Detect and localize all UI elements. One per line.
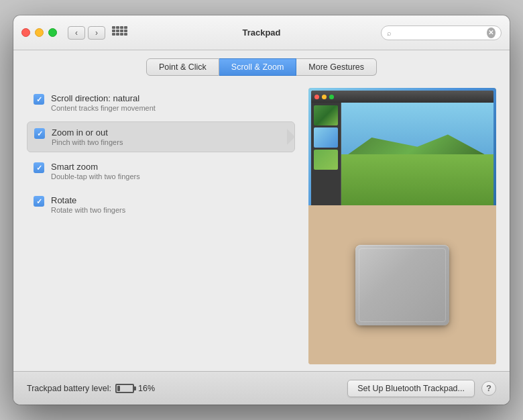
tab-point-click[interactable]: Point & Click xyxy=(146,58,219,76)
grid-dot xyxy=(120,33,123,36)
preview-dot-yellow xyxy=(322,95,327,99)
checkbox-zoom-in-out[interactable]: ✓ xyxy=(34,128,45,139)
grid-dot xyxy=(112,33,115,36)
preview-thumb-3 xyxy=(314,150,338,170)
nav-buttons: ‹ › xyxy=(68,26,105,40)
battery-fill xyxy=(117,386,120,391)
setting-scroll-direction-title: Scroll direction: natural xyxy=(51,93,156,103)
grid-dot xyxy=(124,30,127,32)
trackpad-area xyxy=(308,205,496,364)
setting-rotate-desc: Rotate with two fingers xyxy=(51,206,125,214)
tab-toolbar: Point & Click Scroll & Zoom More Gesture… xyxy=(13,50,510,81)
window-title: Trackpad xyxy=(242,28,280,38)
preview-dot-red xyxy=(314,95,319,99)
grid-dot xyxy=(116,33,119,36)
tab-more-gestures[interactable]: More Gestures xyxy=(296,58,377,76)
help-button[interactable]: ? xyxy=(481,381,496,396)
battery-label: Trackpad battery level: xyxy=(27,384,111,393)
titlebar: ‹ › Trackpad ⌕ ✕ xyxy=(13,15,510,50)
setting-rotate-title: Rotate xyxy=(51,195,125,205)
preview-dot-green xyxy=(329,95,334,99)
search-icon: ⌕ xyxy=(387,29,392,37)
setting-smart-zoom-desc: Double-tap with two fingers xyxy=(51,172,140,180)
setting-rotate-text: Rotate Rotate with two fingers xyxy=(51,195,125,214)
checkbox-smart-zoom[interactable]: ✓ xyxy=(34,162,44,173)
setting-scroll-direction-desc: Content tracks finger movement xyxy=(51,104,156,112)
grid-dot xyxy=(112,26,115,29)
bottom-right: Set Up Bluetooth Trackpad... ? xyxy=(347,380,496,397)
search-input[interactable] xyxy=(395,28,483,38)
trackpad-device-image xyxy=(355,245,449,325)
search-clear-button[interactable]: ✕ xyxy=(487,28,496,38)
checkmark-icon: ✓ xyxy=(36,96,42,103)
checkmark-icon: ✓ xyxy=(37,130,43,138)
tab-scroll-zoom[interactable]: Scroll & Zoom xyxy=(219,58,297,76)
preview-app-content xyxy=(311,103,493,205)
preview-screenshot-inner xyxy=(308,88,496,205)
preview-thumb-1 xyxy=(314,105,338,125)
preview-screenshot xyxy=(308,88,496,205)
preview-app-window xyxy=(311,91,493,205)
grid-dot xyxy=(116,26,119,29)
close-button[interactable] xyxy=(21,28,30,37)
setting-zoom-in-out-desc: Pinch with two fingers xyxy=(52,138,123,146)
traffic-lights xyxy=(21,28,57,37)
grid-dot xyxy=(124,33,127,36)
main-content: ✓ Scroll direction: natural Content trac… xyxy=(13,81,510,371)
settings-panel: ✓ Scroll direction: natural Content trac… xyxy=(27,88,295,364)
setting-smart-zoom-title: Smart zoom xyxy=(51,162,140,172)
setting-scroll-direction: ✓ Scroll direction: natural Content trac… xyxy=(27,88,295,117)
forward-button[interactable]: › xyxy=(88,26,105,40)
grid-dot xyxy=(124,26,127,29)
preview-panel xyxy=(308,88,496,364)
preview-sidebar xyxy=(311,103,341,205)
grid-dot xyxy=(116,30,119,32)
checkbox-scroll-direction[interactable]: ✓ xyxy=(34,94,44,105)
setting-smart-zoom: ✓ Smart zoom Double-tap with two fingers xyxy=(27,156,295,186)
trackpad-preferences-window: ‹ › Trackpad ⌕ ✕ Point & Click Scroll & … xyxy=(13,15,510,405)
bottom-bar: Trackpad battery level: 16% Set Up Bluet… xyxy=(13,371,510,405)
preview-app-titlebar xyxy=(311,91,493,103)
app-grid-icon[interactable] xyxy=(112,26,132,40)
setting-rotate: ✓ Rotate Rotate with two fingers xyxy=(27,190,295,219)
setting-zoom-in-out-text: Zoom in or out Pinch with two fingers xyxy=(52,127,123,146)
preview-main-image xyxy=(341,103,493,205)
checkmark-icon: ✓ xyxy=(36,198,42,205)
setting-zoom-in-out-title: Zoom in or out xyxy=(52,127,123,138)
maximize-button[interactable] xyxy=(48,28,57,37)
checkbox-rotate[interactable]: ✓ xyxy=(34,196,44,207)
search-bar[interactable]: ⌕ ✕ xyxy=(381,25,502,40)
battery-icon xyxy=(115,384,134,393)
grid-dot xyxy=(120,30,123,32)
preview-thumb-2 xyxy=(314,127,338,148)
battery-percent: 16% xyxy=(138,384,155,393)
checkmark-icon: ✓ xyxy=(36,164,42,172)
back-button[interactable]: ‹ xyxy=(68,26,85,40)
battery-info: Trackpad battery level: 16% xyxy=(27,384,155,393)
grid-dot xyxy=(120,26,123,29)
setup-bluetooth-button[interactable]: Set Up Bluetooth Trackpad... xyxy=(347,380,475,397)
grid-dot xyxy=(112,30,115,32)
setting-smart-zoom-text: Smart zoom Double-tap with two fingers xyxy=(51,162,140,180)
scene-ground xyxy=(341,154,493,206)
setting-scroll-direction-text: Scroll direction: natural Content tracks… xyxy=(51,93,156,112)
setting-zoom-in-out: ✓ Zoom in or out Pinch with two fingers xyxy=(27,121,295,152)
minimize-button[interactable] xyxy=(35,28,44,37)
